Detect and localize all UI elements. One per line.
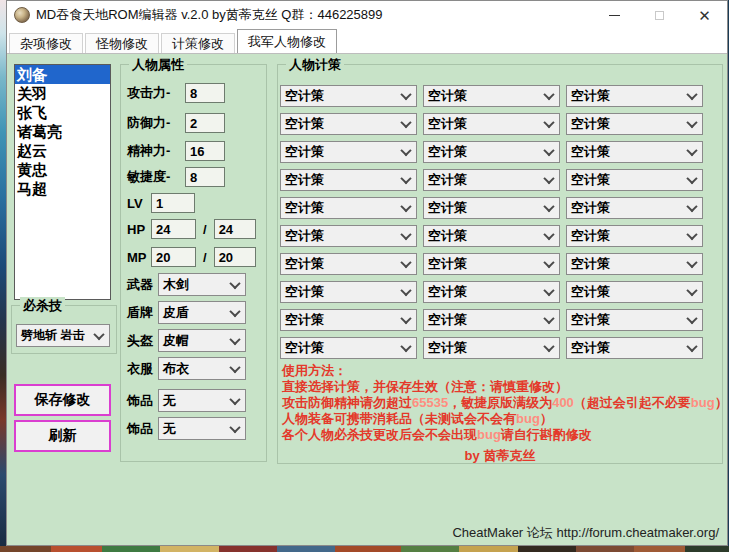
strategy-select-value: 空计策: [428, 143, 467, 161]
strategy-select[interactable]: 空计策: [280, 169, 417, 191]
strategy-select[interactable]: 空计策: [280, 85, 417, 107]
strategy-select[interactable]: 空计策: [423, 197, 560, 219]
strategy-select[interactable]: 空计策: [423, 281, 560, 303]
stat-input[interactable]: 2: [185, 113, 225, 133]
maximize-button[interactable]: [637, 1, 682, 29]
strategy-select[interactable]: 空计策: [566, 281, 703, 303]
minimize-button[interactable]: [592, 1, 637, 29]
special-skill-select[interactable]: 劈地斩 岩击: [16, 324, 110, 347]
strategy-select[interactable]: 空计策: [423, 85, 560, 107]
character-item[interactable]: 黄忠: [15, 160, 110, 179]
tab-计策修改[interactable]: 计策修改: [161, 33, 235, 53]
chevron-down-icon: [400, 313, 411, 324]
chevron-down-icon: [686, 341, 697, 352]
strategy-select[interactable]: 空计策: [280, 225, 417, 247]
instruction-line: 攻击防御精神请勿超过65535，敏捷原版满级为400（超过会引起不必要bug）: [282, 395, 722, 411]
strategy-select-value: 空计策: [428, 199, 467, 217]
status-bar-text: CheatMaker 论坛 http://forum.cheatmaker.or…: [452, 524, 719, 542]
strategy-select[interactable]: 空计策: [280, 309, 417, 331]
character-listbox[interactable]: 刘备关羽张飞诸葛亮赵云黄忠马超: [14, 64, 111, 300]
save-button[interactable]: 保存修改: [14, 384, 111, 416]
equipment-select[interactable]: 布衣: [158, 357, 246, 380]
strategy-select[interactable]: 空计策: [423, 169, 560, 191]
stat-label: 精神力-: [127, 142, 185, 160]
strategy-select[interactable]: 空计策: [280, 253, 417, 275]
close-button[interactable]: ✕: [682, 1, 727, 29]
character-item[interactable]: 诸葛亮: [15, 122, 110, 141]
strategy-select-value: 空计策: [428, 227, 467, 245]
tab-我军人物修改[interactable]: 我军人物修改: [237, 29, 337, 53]
chevron-down-icon: [229, 305, 240, 316]
strategy-select-value: 空计策: [571, 311, 610, 329]
strategy-select-value: 空计策: [285, 171, 324, 189]
chevron-down-icon: [686, 229, 697, 240]
character-item[interactable]: 关羽: [15, 84, 110, 103]
strategies-label: 人物计策: [286, 56, 344, 74]
strategy-select[interactable]: 空计策: [566, 197, 703, 219]
refresh-button[interactable]: 刷新: [14, 420, 111, 452]
stat-input[interactable]: 8: [185, 83, 225, 103]
equipment-select[interactable]: 无: [158, 389, 246, 412]
mp-current-input[interactable]: 20: [151, 247, 196, 267]
strategy-select[interactable]: 空计策: [566, 141, 703, 163]
desktop-wallpaper-bottom: [0, 546, 729, 552]
chevron-down-icon: [686, 89, 697, 100]
strategy-select-value: 空计策: [571, 227, 610, 245]
character-item[interactable]: 马超: [15, 179, 110, 198]
strategy-select[interactable]: 空计策: [280, 113, 417, 135]
strategy-select[interactable]: 空计策: [423, 141, 560, 163]
chevron-down-icon: [686, 145, 697, 156]
special-skill-label: 必杀技: [20, 297, 65, 315]
equipment-label: 衣服: [127, 360, 158, 378]
instruction-line: 人物装备可携带消耗品（未测试会不会有bug）: [282, 411, 722, 427]
strategy-select[interactable]: 空计策: [566, 85, 703, 107]
minimize-icon: [609, 15, 620, 16]
character-item[interactable]: 赵云: [15, 141, 110, 160]
stat-input[interactable]: 16: [185, 141, 225, 161]
character-item[interactable]: 刘备: [15, 65, 110, 84]
strategy-select[interactable]: 空计策: [423, 225, 560, 247]
lv-input[interactable]: 1: [151, 193, 195, 213]
chevron-down-icon: [400, 117, 411, 128]
equipment-row: 饰品无: [127, 389, 246, 412]
tab-怪物修改[interactable]: 怪物修改: [85, 33, 159, 53]
strategy-select[interactable]: 空计策: [566, 113, 703, 135]
mp-max-input[interactable]: 20: [214, 247, 256, 267]
chevron-down-icon: [543, 229, 554, 240]
equipment-select[interactable]: 无: [158, 417, 246, 440]
strategy-select[interactable]: 空计策: [423, 113, 560, 135]
stat-input[interactable]: 8: [185, 167, 225, 187]
strategy-select[interactable]: 空计策: [566, 169, 703, 191]
strategy-select-value: 空计策: [571, 339, 610, 357]
app-window: MD吞食天地ROM编辑器 v.2.0 by茵蒂克丝 Q群：446225899 ✕…: [6, 0, 728, 546]
strategy-select[interactable]: 空计策: [423, 253, 560, 275]
instruction-line: 直接选择计策，并保存生效（注意：请慎重修改）: [282, 379, 722, 395]
strategy-select-value: 空计策: [571, 283, 610, 301]
strategy-select[interactable]: 空计策: [423, 337, 560, 359]
strategy-select-value: 空计策: [428, 339, 467, 357]
strategy-select[interactable]: 空计策: [280, 197, 417, 219]
hp-current-input[interactable]: 24: [151, 219, 196, 239]
mp-label: MP: [127, 250, 151, 265]
strategy-select[interactable]: 空计策: [566, 253, 703, 275]
strategy-select[interactable]: 空计策: [566, 337, 703, 359]
tab-bar: 杂项修改怪物修改计策修改我军人物修改: [7, 29, 727, 53]
strategy-select[interactable]: 空计策: [566, 309, 703, 331]
hp-max-input[interactable]: 24: [214, 219, 256, 239]
equipment-select[interactable]: 皮盾: [158, 301, 246, 324]
equipment-select[interactable]: 木剑: [158, 273, 246, 296]
equipment-select[interactable]: 皮帽: [158, 329, 246, 352]
strategy-select[interactable]: 空计策: [280, 337, 417, 359]
tab-杂项修改[interactable]: 杂项修改: [9, 33, 83, 53]
equipment-select-value: 皮帽: [163, 332, 189, 350]
strategy-select[interactable]: 空计策: [423, 309, 560, 331]
chevron-down-icon: [543, 173, 554, 184]
equipment-select-value: 无: [163, 392, 176, 410]
strategy-select-value: 空计策: [285, 311, 324, 329]
strategy-select[interactable]: 空计策: [566, 225, 703, 247]
character-item[interactable]: 张飞: [15, 103, 110, 122]
strategy-select[interactable]: 空计策: [280, 281, 417, 303]
strategy-select[interactable]: 空计策: [280, 141, 417, 163]
strategy-select-value: 空计策: [571, 171, 610, 189]
chevron-down-icon: [543, 117, 554, 128]
